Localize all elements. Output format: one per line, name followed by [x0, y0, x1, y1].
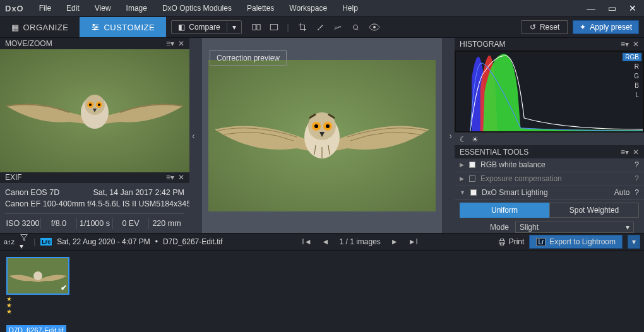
move-zoom-title: MOVE/ZOOM — [5, 39, 52, 48]
exif-focal: 220 mm — [149, 218, 184, 229]
panel-close-icon[interactable]: ✕ — [633, 40, 639, 49]
help-icon[interactable]: ? — [635, 188, 639, 197]
expand-icon: ▶ — [460, 162, 464, 168]
nav-last-icon[interactable]: ►I — [408, 237, 418, 246]
compare-dropdown[interactable]: ▾ — [227, 23, 241, 32]
menu-workspace[interactable]: Workspace — [282, 4, 335, 13]
hist-channel-r[interactable]: R — [623, 62, 641, 71]
eye-icon[interactable] — [369, 23, 380, 32]
print-button[interactable]: Print — [498, 237, 525, 246]
menu-help[interactable]: Help — [335, 4, 366, 13]
reset-button[interactable]: ↺ Reset — [522, 20, 568, 34]
horizon-icon[interactable] — [333, 23, 342, 32]
apply-preset-button[interactable]: ✦ Apply preset — [573, 20, 639, 34]
menu-image[interactable]: Image — [119, 4, 155, 13]
hist-channel-g[interactable]: G — [623, 72, 641, 80]
help-icon[interactable]: ? — [635, 160, 639, 169]
window-close-icon[interactable]: ✕ — [629, 3, 636, 13]
panel-close-icon[interactable]: ✕ — [178, 39, 184, 48]
sort-icon[interactable]: a↕z — [4, 238, 15, 246]
hist-channel-rgb[interactable]: RGB — [623, 53, 641, 61]
nav-prev-icon[interactable]: ◄ — [322, 237, 330, 246]
hist-channel-b[interactable]: B — [623, 81, 641, 90]
nav-next-icon[interactable]: ► — [391, 237, 398, 246]
nav-first-icon[interactable]: I◄ — [302, 237, 311, 246]
thumbnail-filename: D7D_6267-Edit.tif — [6, 325, 66, 332]
exif-shutter: 1/1000 s — [77, 218, 113, 229]
image-preview[interactable]: Correction preview — [202, 38, 442, 233]
panel-menu-icon[interactable]: ≡▾ — [166, 39, 174, 48]
svg-point-4 — [96, 27, 97, 28]
compare-button[interactable]: ◧ Compare — [172, 21, 226, 33]
exif-lens: Canon EF 100-400mm f/4.5-5.6L IS II USM — [5, 198, 156, 210]
thumbnail[interactable]: ✔ — [6, 257, 69, 295]
lr-badge-icon: Lr — [536, 238, 546, 246]
move-zoom-header[interactable]: MOVE/ZOOM ≡▾✕ — [0, 38, 189, 49]
panel-menu-icon[interactable]: ≡▾ — [621, 40, 629, 49]
thumbnail-rating[interactable]: ★★★ — [6, 296, 69, 315]
mode-select[interactable]: Slight ▾ — [515, 222, 634, 233]
hist-channel-l[interactable]: L — [623, 91, 641, 99]
processed-check-icon: ✔ — [61, 283, 67, 292]
highlight-clip-icon[interactable]: ☀ — [472, 135, 479, 144]
panel-menu-icon[interactable]: ≡▾ — [621, 148, 629, 157]
essential-tools-header[interactable]: ESSENTIAL TOOLS ≡▾✕ — [455, 145, 644, 158]
help-icon[interactable]: ? — [635, 174, 639, 183]
histogram-body[interactable]: RGB R G B L — [455, 50, 644, 133]
svg-point-29 — [326, 124, 330, 128]
tool-toggle[interactable] — [469, 162, 475, 168]
mode-customize-button[interactable]: CUSTOMIZE — [80, 17, 166, 37]
window-minimize-icon[interactable]: — — [587, 3, 595, 13]
export-to-lightroom-button[interactable]: Lr Export to Lightroom — [529, 235, 623, 249]
export-dropdown[interactable]: ▾ — [628, 235, 640, 249]
tool-white-balance[interactable]: ▶ RGB white balance ? — [455, 158, 644, 172]
tool-exposure[interactable]: ▶ Exposure compensation ? — [455, 172, 644, 186]
left-panel-collapse-icon[interactable]: ‹ — [192, 131, 195, 141]
right-panel-collapse-icon[interactable]: › — [449, 131, 452, 141]
thumbnail-card: ✔ ★★★ D7D_6267-Edit.tif — [6, 257, 69, 326]
collapse-icon: ▼ — [460, 189, 465, 196]
undo-icon: ↺ — [530, 23, 536, 32]
fullscreen-icon[interactable] — [270, 23, 278, 32]
shadow-clip-icon[interactable]: ☾ — [460, 135, 467, 144]
app-logo: DxO — [5, 4, 32, 13]
sidebyside-icon[interactable] — [252, 23, 261, 32]
menu-optics[interactable]: DxO Optics Modules — [155, 4, 239, 13]
tool-label: DxO Smart Lighting — [482, 188, 548, 197]
menu-file[interactable]: File — [32, 4, 59, 13]
window-maximize-icon[interactable]: ▭ — [608, 3, 616, 13]
svg-rect-8 — [270, 25, 277, 30]
panel-menu-icon[interactable]: ≡▾ — [166, 173, 174, 182]
panel-close-icon[interactable]: ✕ — [178, 173, 184, 182]
tool-toggle[interactable] — [470, 189, 477, 196]
workspace: MOVE/ZOOM ≡▾✕ EXIF ≡ — [0, 38, 644, 233]
svg-point-13 — [373, 26, 376, 28]
uniform-button[interactable]: Uniform — [460, 203, 549, 218]
menu-palettes[interactable]: Palettes — [239, 4, 282, 13]
filmstrip: ✔ ★★★ D7D_6267-Edit.tif — [0, 251, 644, 332]
repair-icon[interactable] — [351, 23, 360, 32]
panel-close-icon[interactable]: ✕ — [633, 148, 639, 157]
menu-edit[interactable]: Edit — [59, 4, 87, 13]
brush-white-balance-icon[interactable] — [316, 23, 325, 32]
move-zoom-thumbnail[interactable] — [0, 49, 189, 172]
compare-icon: ◧ — [178, 23, 185, 32]
mode-organize-button[interactable]: ▦ ORGANIZE — [0, 17, 80, 37]
svg-rect-7 — [256, 25, 259, 30]
auto-label[interactable]: Auto — [614, 188, 630, 197]
crop-icon[interactable] — [298, 23, 307, 32]
magic-wand-icon: ✦ — [580, 23, 586, 32]
menu-view[interactable]: View — [87, 4, 119, 13]
filmbar-file: D7D_6267-Edit.tif — [163, 237, 223, 246]
histogram-header[interactable]: HISTOGRAM ≡▾✕ — [455, 38, 644, 50]
compare-label: Compare — [189, 23, 220, 32]
exif-ev: 0 EV — [113, 218, 149, 229]
exif-header[interactable]: EXIF ≡▾✕ — [0, 172, 189, 184]
tool-toggle[interactable] — [469, 175, 475, 182]
apply-preset-label: Apply preset — [590, 23, 632, 32]
filter-icon[interactable]: ▾ — [20, 233, 28, 251]
spot-weighted-button[interactable]: Spot Weighted — [549, 203, 639, 218]
tool-smart-lighting[interactable]: ▼ DxO Smart Lighting Auto? — [455, 186, 644, 200]
exif-iso: ISO 3200 — [5, 218, 41, 229]
mode-organize-label: ORGANIZE — [23, 23, 69, 32]
